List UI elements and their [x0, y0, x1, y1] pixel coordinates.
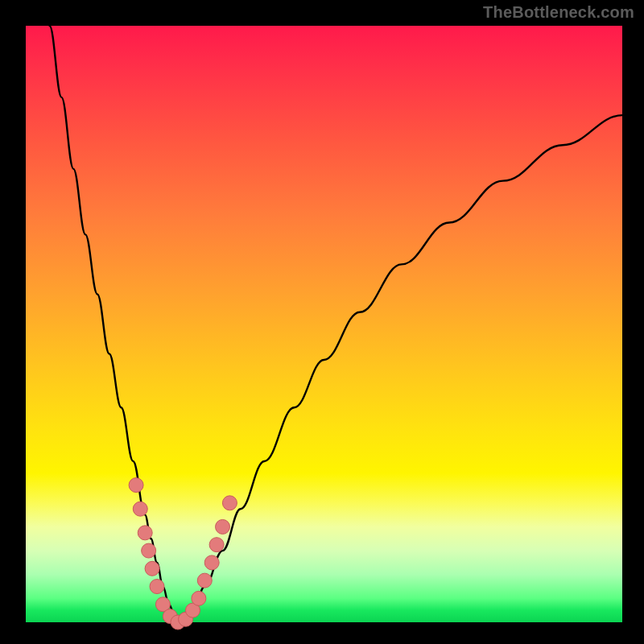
data-marker	[197, 573, 212, 588]
data-marker	[142, 543, 156, 558]
data-marker	[145, 561, 159, 576]
data-marker	[209, 538, 224, 552]
data-marker	[216, 519, 230, 534]
data-marker	[192, 591, 206, 605]
data-marker	[138, 526, 152, 540]
data-marker	[222, 496, 237, 510]
chart-overlay	[0, 0, 644, 644]
data-marker	[150, 580, 164, 594]
outer-frame: TheBottleneck.com	[0, 0, 644, 644]
data-marker	[129, 478, 143, 493]
data-marker	[204, 555, 219, 570]
data-marker	[133, 502, 147, 516]
bottleneck-curve	[50, 26, 622, 622]
